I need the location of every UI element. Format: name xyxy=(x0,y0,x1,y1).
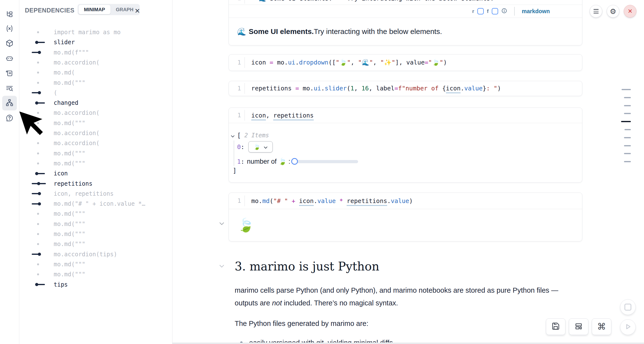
minimap-item-label: mo.accordion(tips) xyxy=(54,249,117,259)
cell-bar[interactable] xyxy=(624,97,631,98)
minimap-item[interactable]: mo.accordion( xyxy=(32,128,168,138)
code-line: mo.md("# " + icon.value * repetitions.va… xyxy=(245,197,413,205)
colon: : xyxy=(241,143,244,150)
sidebar-item-dependency-graph[interactable] xyxy=(2,96,17,110)
cell-bar-active[interactable] xyxy=(621,121,631,122)
minimap-list: import marimo as moslidermo.md(f"""mo.ac… xyxy=(19,20,172,344)
dropdown-select[interactable]: 🍃 xyxy=(248,141,273,152)
bracket-close-row: ] xyxy=(233,166,236,175)
minimap-item[interactable]: slider xyxy=(32,37,168,47)
minimap-item[interactable]: mo.md(""" xyxy=(32,219,168,229)
panel-title: DEPENDENCIES xyxy=(25,7,74,14)
minimap-item[interactable]: mo.md(f""" xyxy=(32,48,168,57)
paragraph: marimo cells parse Python (and only Pyth… xyxy=(235,284,581,309)
code-editor[interactable]: 1 repetitions = mo.ui.slider(1, 16, labe… xyxy=(229,81,582,96)
cell-md-heading: 1 mo.md("# " + icon.value * repetitions.… xyxy=(228,193,582,241)
panel-close-icon[interactable]: ✕ xyxy=(133,6,142,16)
cell-bar[interactable] xyxy=(624,113,631,114)
cell-bar[interactable] xyxy=(624,153,631,154)
shutdown-button[interactable]: ✕ xyxy=(624,5,636,18)
minimap-item[interactable]: import marimo as mo xyxy=(32,27,168,37)
minimap-item[interactable]: changed xyxy=(32,98,168,108)
minimap-item[interactable]: mo.md( xyxy=(32,68,168,77)
cell-node-out-icon xyxy=(32,280,47,289)
close-icon: ✕ xyxy=(628,8,632,15)
tree-indent-guide xyxy=(234,140,234,166)
tab-minimap[interactable]: MINIMAP xyxy=(78,5,110,14)
slider[interactable] xyxy=(294,160,358,163)
minimap-item[interactable]: mo.md(""" xyxy=(32,229,168,239)
cell-bar[interactable] xyxy=(624,137,631,138)
sidebar-item-packages[interactable] xyxy=(4,38,15,49)
cell-node-dot-icon xyxy=(32,239,47,249)
minimap-item[interactable]: icon, repetitions xyxy=(32,189,168,199)
minimap-item[interactable]: mo.md(""" xyxy=(32,259,168,269)
save-button[interactable] xyxy=(546,318,566,335)
minimap-item[interactable]: mo.md(""" xyxy=(32,158,168,168)
minimap-item-label: changed xyxy=(54,98,78,108)
minimap-item[interactable]: mo.accordion( xyxy=(32,138,168,148)
sidebar-item-variables[interactable] xyxy=(4,24,15,35)
info-icon[interactable] xyxy=(501,8,507,15)
minimap-item[interactable]: mo.md(""" xyxy=(32,148,168,158)
keyboard-shortcuts-button[interactable]: ⌘ xyxy=(592,318,611,335)
sidebar-item-outline-search[interactable] xyxy=(4,84,15,94)
minimap-item[interactable]: mo.md(""" xyxy=(32,78,168,88)
minimap-item-label: mo.md(""" xyxy=(54,269,86,279)
cell-node-dot-icon xyxy=(32,209,47,219)
minimap-item[interactable]: icon xyxy=(32,168,168,178)
dropdown-value: 🍃 xyxy=(254,144,260,150)
cell-bar[interactable] xyxy=(624,129,631,130)
minimap-item-label: ( xyxy=(54,88,57,98)
slider-handle[interactable] xyxy=(291,158,298,165)
minimap-item[interactable]: mo.md(""" xyxy=(32,118,168,128)
minimap-item-label: icon, repetitions xyxy=(54,189,114,199)
minimap-item[interactable]: repetitions xyxy=(32,179,168,189)
minimap-item[interactable]: mo.accordion(tips) xyxy=(32,249,168,259)
sidebar-item-ai-assistant[interactable] xyxy=(4,53,15,64)
layout-button[interactable] xyxy=(569,318,588,335)
chevron-down-icon[interactable] xyxy=(219,264,224,269)
code-editor[interactable]: 1 **🌊 Some UI elements.** Try interactin… xyxy=(229,0,582,5)
code-line: **🌊 Some UI elements.** Try interacting … xyxy=(245,0,494,2)
code-editor[interactable]: 1 icon = mo.ui.dropdown(["🍃", "🌊", "✨"],… xyxy=(229,55,582,70)
cell-node-dot-icon xyxy=(32,58,47,67)
chevron-down-icon[interactable] xyxy=(219,222,224,226)
code-editor[interactable]: 1 mo.md("# " + icon.value * repetitions.… xyxy=(229,193,582,209)
minimap-item[interactable]: mo.md("# " + icon.value *… xyxy=(32,199,168,209)
chevron-down-icon[interactable] xyxy=(231,132,235,139)
sidebar-item-help[interactable] xyxy=(4,113,15,124)
run-button[interactable] xyxy=(620,319,636,335)
line-number: 1 xyxy=(229,57,245,68)
minimap-item-label: mo.md(""" xyxy=(54,259,86,269)
minimap-item-label: mo.accordion( xyxy=(54,138,100,148)
cell-node-dot-icon xyxy=(32,269,47,279)
minimap-item[interactable]: tips xyxy=(32,280,168,289)
minimap-item[interactable]: mo.md(""" xyxy=(32,239,168,249)
settings-button[interactable]: ⚙ xyxy=(607,5,619,18)
cell-bar[interactable] xyxy=(624,161,631,162)
cell-bar[interactable] xyxy=(622,89,631,90)
sidebar-item-file-explorer[interactable] xyxy=(4,10,15,20)
minimap-item[interactable]: mo.md(""" xyxy=(32,269,168,279)
sidebar-item-logs[interactable] xyxy=(4,69,15,79)
cell-bar[interactable] xyxy=(624,145,631,146)
line-number: 1 xyxy=(229,83,245,94)
stop-button[interactable] xyxy=(620,299,636,315)
cell-tuple-output: 1 icon, repetitions [ 2 Items 0 : 🍃 1 : xyxy=(228,107,582,183)
tree-item-0: 0 : 🍃 xyxy=(237,141,273,152)
markdown-output: 🌊 Some UI elements. Try interacting with… xyxy=(229,18,582,45)
cell-bar[interactable] xyxy=(624,105,631,106)
minimap-item[interactable]: mo.accordion( xyxy=(32,58,168,67)
stop-icon xyxy=(624,304,631,310)
code-editor[interactable]: 1 icon, repetitions xyxy=(229,108,582,123)
minimap-item[interactable]: ( xyxy=(32,88,168,98)
raw-toggle-checkbox[interactable] xyxy=(478,8,484,15)
language-badge[interactable]: markdown xyxy=(522,8,550,15)
fstring-toggle-checkbox[interactable] xyxy=(492,8,498,15)
minimap-item[interactable]: mo.md(""" xyxy=(32,209,168,219)
minimap-item[interactable]: mo.accordion( xyxy=(32,108,168,118)
markdown-toolbar: r f markdown xyxy=(229,5,582,18)
notebook-menu-button[interactable] xyxy=(590,5,602,18)
cell-node-dot-icon xyxy=(32,78,47,88)
